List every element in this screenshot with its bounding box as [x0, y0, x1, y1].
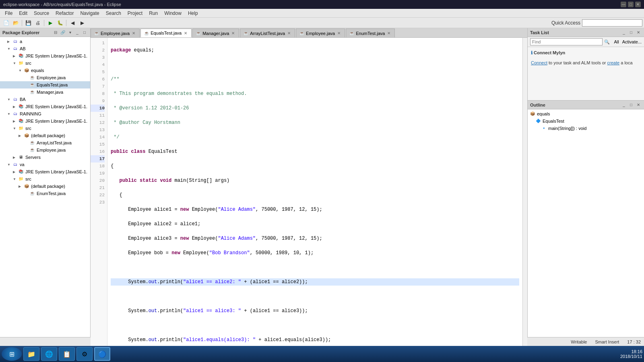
code-line-13: Employee alice2 = alice1;	[111, 220, 519, 228]
task-maximize-button[interactable]: □	[628, 29, 634, 36]
folder-icon-src-va: 📁	[18, 176, 24, 182]
status-insert-mode: Smart Insert	[595, 339, 619, 344]
outline-item-main[interactable]: 🔹 main(String[]) : void	[528, 125, 644, 132]
tree-item-jre-ab[interactable]: ▶ 📚 JRE System Library [JavaSE-1.	[0, 52, 90, 60]
tree-item-employee2[interactable]: ☕ Employee.java	[0, 146, 90, 154]
quick-access-input[interactable]	[582, 19, 642, 27]
print-button[interactable]: 🖨	[33, 19, 42, 27]
maximize-panel-button[interactable]: □	[81, 29, 88, 36]
tree-item-equals[interactable]: ▼ 📦 equals	[0, 67, 90, 74]
menu-project[interactable]: Project	[124, 10, 146, 17]
folder-icon-src-rainning: 📁	[18, 125, 24, 132]
code-content[interactable]: package equals; /** * This program demon…	[107, 38, 522, 362]
save-button[interactable]: 💾	[24, 19, 33, 27]
outline-maximize-button[interactable]: □	[628, 102, 634, 108]
tree-item-ba[interactable]: ▼ 🗂 BA	[0, 96, 90, 103]
close-button[interactable]: ✕	[635, 2, 641, 7]
tree-label-jre-ab: JRE System Library [JavaSE-1.	[25, 53, 87, 58]
menu-help[interactable]: Help	[185, 10, 201, 17]
tab-close-manager[interactable]: ✕	[231, 31, 235, 36]
outline-item-equals[interactable]: 📦 equals	[528, 110, 644, 117]
taskbar-explorer[interactable]: 📁	[23, 347, 39, 361]
tree-item-jre-va[interactable]: ▶ 📚 JRE System Library [JavaSE-1.	[0, 168, 90, 175]
menu-edit[interactable]: Edit	[16, 10, 31, 17]
back-button[interactable]: ◀	[68, 19, 77, 27]
taskbar-chrome[interactable]: 🌐	[41, 347, 57, 361]
taskbar-app3[interactable]: 📋	[59, 347, 75, 361]
tree-label-equals: equals	[31, 68, 44, 73]
tab-close-enumtest[interactable]: ✕	[386, 31, 391, 36]
menu-refactor[interactable]: Refactor	[52, 10, 77, 17]
outline-item-equalstest[interactable]: 🔷 EqualsTest	[528, 117, 644, 125]
editor-scrollbar[interactable]	[522, 38, 527, 362]
tree-item-employee-java[interactable]: ☕ Employee.java	[0, 74, 90, 81]
task-list-title: Task List	[530, 30, 549, 35]
view-menu-button[interactable]: ▾	[67, 29, 73, 36]
tab-employee1[interactable]: ☕ Employee.java ✕	[91, 29, 140, 37]
task-find-input[interactable]	[530, 38, 603, 45]
task-activate-label[interactable]: Activate...	[622, 39, 642, 44]
tree-item-default-pkg-va[interactable]: ▶ 📦 (default package)	[0, 183, 90, 190]
tree-item-enumtest[interactable]: ☕ EnumTest.java	[0, 190, 90, 197]
tab-close-arraylisttest[interactable]: ✕	[287, 31, 291, 36]
tree-item-jre-rainning[interactable]: ▶ 📚 JRE System Library [JavaSE-1.	[0, 117, 90, 125]
package-icon-equals: 📦	[23, 67, 30, 74]
task-minimize-button[interactable]: _	[621, 29, 627, 36]
tree-item-ab[interactable]: ▼ 🗂 AB	[0, 45, 90, 52]
taskbar-eclipse[interactable]: 🔵	[94, 347, 110, 361]
tree-item-arraylist[interactable]: ☕ ArrayListTest.java	[0, 139, 90, 146]
tree-item-src-rainning[interactable]: ▼ 📁 src	[0, 125, 90, 132]
menu-run[interactable]: Run	[146, 10, 161, 17]
run-button[interactable]: ▶	[46, 19, 55, 27]
maximize-button[interactable]: □	[628, 2, 634, 7]
create-link[interactable]: create	[607, 60, 620, 65]
outline-minimize-button[interactable]: _	[621, 102, 627, 108]
taskbar-app4[interactable]: ⚙	[76, 347, 93, 361]
minimize-panel-button[interactable]: _	[74, 29, 80, 36]
task-find-icon[interactable]: 🔍	[604, 39, 610, 45]
outline-close-button[interactable]: ✕	[635, 102, 642, 108]
tab-close-employee1[interactable]: ✕	[131, 31, 136, 36]
tab-employee2[interactable]: ☕ Employee.java ✕	[296, 29, 345, 37]
menu-source[interactable]: Source	[31, 10, 52, 17]
tree-item-va[interactable]: ▼ 🗂 va	[0, 161, 90, 168]
tree-item-jre-ba[interactable]: ▶ 📚 JRE System Library [JavaSE-1.	[0, 103, 90, 110]
menu-file[interactable]: File	[2, 10, 16, 17]
tree-item-rainning[interactable]: ▼ 🗂 RAINNING	[0, 110, 90, 117]
connect-link[interactable]: Connect	[531, 60, 547, 65]
tree-item-servers[interactable]: ▶ 🖥 Servers	[0, 154, 90, 161]
tab-close-employee2[interactable]: ✕	[336, 31, 341, 36]
tab-manager[interactable]: ☕ Manager.java ✕	[192, 29, 239, 37]
new-button[interactable]: 📄	[2, 19, 10, 27]
tree-item-manager-java[interactable]: ☕ Manager.java	[0, 88, 90, 96]
project-icon-ba: 🗂	[12, 96, 19, 103]
connect-mylyn-area: ℹ Connect Mylyn Connect to your task and…	[528, 47, 644, 68]
forward-button[interactable]: ▶	[78, 19, 87, 27]
tree-label-jre-va: JRE System Library [JavaSE-1.	[25, 169, 87, 174]
menu-search[interactable]: Search	[103, 10, 124, 17]
tree-item-equalstest-java[interactable]: ☕ EqualsTest.java	[0, 81, 90, 88]
tab-close-equalstest[interactable]: ✕	[183, 31, 188, 35]
toolbar-sep-3	[66, 20, 66, 26]
tree-item-src-ab[interactable]: ▼ 📁 src	[0, 60, 90, 67]
quick-access-label: Quick Access	[551, 20, 580, 26]
tab-enumtest[interactable]: ☕ EnumTest.java ✕	[346, 29, 395, 37]
menu-window[interactable]: Window	[161, 10, 185, 17]
tab-arraylisttest[interactable]: ☕ ArrayListTest.java ✕	[240, 29, 295, 37]
collapse-all-button[interactable]: ⊟	[52, 29, 59, 36]
tab-equalstest[interactable]: ☕ EqualsTest.java ✕	[140, 29, 192, 37]
windows-icon: ⊞	[9, 351, 14, 358]
task-close-button[interactable]: ✕	[635, 29, 642, 36]
debug-button[interactable]: 🐛	[56, 19, 64, 27]
code-line-20	[111, 322, 519, 329]
open-button[interactable]: 📂	[11, 19, 20, 27]
tree-item-a[interactable]: ▶ 🗂 a	[0, 38, 90, 45]
line-num-11: 11	[91, 112, 105, 119]
tree-item-src-va[interactable]: ▼ 📁 src	[0, 175, 90, 183]
tree-item-default-pkg[interactable]: ▶ 📦 (default package)	[0, 132, 90, 139]
package-tree: ▶ 🗂 a ▼ 🗂 AB ▶ 📚 JRE System Library [Jav…	[0, 37, 90, 337]
start-button[interactable]: ⊞	[2, 347, 22, 361]
menu-navigate[interactable]: Navigate	[77, 10, 102, 17]
link-editor-button[interactable]: 🔗	[60, 29, 66, 36]
minimize-button[interactable]: —	[621, 2, 626, 7]
